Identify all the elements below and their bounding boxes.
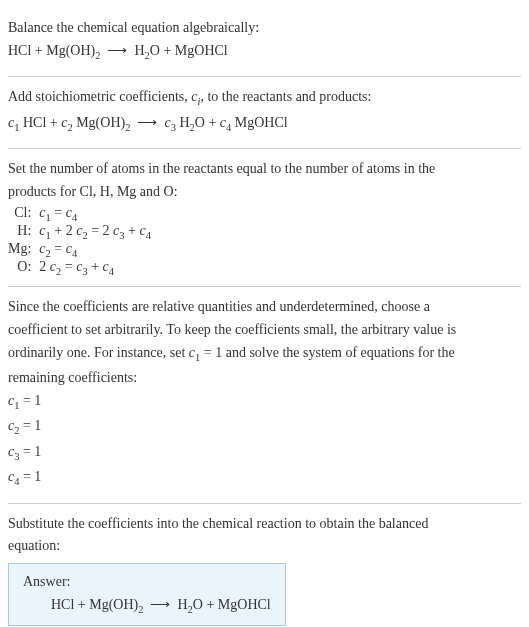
answer-label: Answer: [23, 574, 271, 590]
solve-text-4: remaining coefficients: [8, 368, 521, 388]
element-label-mg: Mg: [8, 241, 39, 259]
problem-statement: Balance the chemical equation algebraica… [8, 18, 521, 38]
solve-text-2: coefficient to set arbitrarily. To keep … [8, 320, 521, 340]
answer-text-1: Substitute the coefficients into the che… [8, 514, 521, 534]
element-eq-h: c1 + 2 c2 = 2 c3 + c4 [39, 223, 151, 241]
answer-text-2: equation: [8, 536, 521, 556]
element-eq-cl: c1 = c4 [39, 205, 151, 223]
table-row: O: 2 c2 = c3 + c4 [8, 259, 151, 277]
element-label-h: H: [8, 223, 39, 241]
solve-text-3: ordinarily one. For instance, set c1 = 1… [8, 343, 521, 365]
text-fragment: Add stoichiometric coefficients, [8, 89, 191, 104]
section-solve: Since the coefficients are relative quan… [8, 287, 521, 502]
stoich-text: Add stoichiometric coefficients, ci, to … [8, 87, 521, 109]
section-problem: Balance the chemical equation algebraica… [8, 8, 521, 76]
section-answer: Substitute the coefficients into the che… [8, 504, 521, 627]
text-fragment: , to the reactants and products: [200, 89, 371, 104]
element-label-cl: Cl: [8, 205, 39, 223]
section-stoichiometric: Add stoichiometric coefficients, ci, to … [8, 77, 521, 148]
problem-equation: HCl + Mg(OH)2 ⟶ H2O + MgOHCl [8, 41, 521, 63]
table-row: Cl: c1 = c4 [8, 205, 151, 223]
element-eq-o: 2 c2 = c3 + c4 [39, 259, 151, 277]
atoms-text-1: Set the number of atoms in the reactants… [8, 159, 521, 179]
element-eq-mg: c2 = c4 [39, 241, 151, 259]
atoms-text-2: products for Cl, H, Mg and O: [8, 182, 521, 202]
coeff-c3: c3 = 1 [8, 442, 521, 464]
atom-equations-table: Cl: c1 = c4 H: c1 + 2 c2 = 2 c3 + c4 Mg:… [8, 205, 151, 276]
table-row: H: c1 + 2 c2 = 2 c3 + c4 [8, 223, 151, 241]
element-label-o: O: [8, 259, 39, 277]
coeff-c4: c4 = 1 [8, 467, 521, 489]
answer-box: Answer: HCl + Mg(OH)2 ⟶ H2O + MgOHCl [8, 563, 286, 626]
coeff-c1: c1 = 1 [8, 391, 521, 413]
coeff-c2: c2 = 1 [8, 416, 521, 438]
answer-equation: HCl + Mg(OH)2 ⟶ H2O + MgOHCl [23, 596, 271, 615]
table-row: Mg: c2 = c4 [8, 241, 151, 259]
solve-text-1: Since the coefficients are relative quan… [8, 297, 521, 317]
stoich-equation: c1 HCl + c2 Mg(OH)2 ⟶ c3 H2O + c4 MgOHCl [8, 113, 521, 135]
section-atoms: Set the number of atoms in the reactants… [8, 149, 521, 286]
